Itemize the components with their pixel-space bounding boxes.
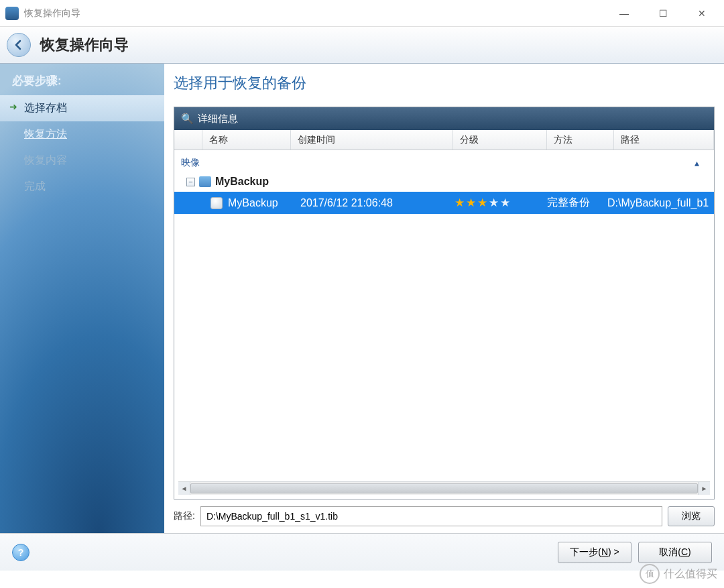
horizontal-scrollbar[interactable]: ◄ ► <box>178 481 710 495</box>
watermark: 值 什么值得买 <box>640 564 717 584</box>
watermark-badge: 值 <box>640 564 660 584</box>
next-button[interactable]: 下一步(N) > <box>558 542 631 563</box>
tree-node-label: MyBackup <box>215 176 269 188</box>
page-title: 选择用于恢复的备份 <box>174 73 715 93</box>
path-bar: 路径: 浏览 <box>174 506 715 526</box>
minimize-button[interactable]: — <box>614 8 634 19</box>
row-created: 2017/6/12 21:06:48 <box>300 197 455 209</box>
star-icon: ★ <box>477 196 487 210</box>
col-spacer <box>174 130 202 150</box>
step-select-archive[interactable]: 选择存档 <box>0 95 164 121</box>
tree-node-root[interactable]: − MyBackup <box>174 172 714 192</box>
sidebar: 必要步骤: 选择存档 恢复方法 恢复内容 完成 <box>0 64 164 533</box>
archive-icon <box>199 176 211 187</box>
wizard-body: 必要步骤: 选择存档 恢复方法 恢复内容 完成 选择用于恢复的备份 🔍 详细信息… <box>0 64 724 533</box>
close-button[interactable]: ✕ <box>692 8 712 19</box>
scroll-thumb[interactable] <box>190 483 698 493</box>
star-icon: ★ <box>466 196 476 210</box>
star-icon: ★ <box>500 196 510 210</box>
backup-image-icon <box>210 197 223 209</box>
row-method: 完整备份 <box>547 196 607 210</box>
star-icon: ★ <box>489 196 499 210</box>
row-path: D:\MyBackup_full_b1 <box>607 197 714 209</box>
scroll-right-icon[interactable]: ► <box>698 482 710 495</box>
col-name[interactable]: 名称 <box>202 130 291 150</box>
column-headers: 名称 创建时间 分级 方法 路径 <box>174 130 714 150</box>
magnifier-icon: 🔍 <box>181 113 194 125</box>
row-rating: ★ ★ ★ ★ ★ <box>455 196 547 210</box>
col-method[interactable]: 方法 <box>547 130 614 150</box>
wizard-header: 恢复操作向导 <box>0 27 724 64</box>
panel-toolbar: 🔍 详细信息 <box>174 107 714 130</box>
chevron-up-icon[interactable]: ▴ <box>695 158 699 168</box>
app-icon <box>5 7 19 20</box>
scroll-left-icon[interactable]: ◄ <box>178 482 190 495</box>
back-button[interactable] <box>7 33 31 57</box>
wizard-footer: ? 下一步(N) > 取消(C) <box>0 533 724 571</box>
browse-button[interactable]: 浏览 <box>668 506 715 526</box>
main-panel: 选择用于恢复的备份 🔍 详细信息 名称 创建时间 分级 方法 路径 映像 ▴ <box>164 64 724 533</box>
help-icon[interactable]: ? <box>12 544 29 561</box>
watermark-text: 什么值得买 <box>664 567 717 581</box>
col-created[interactable]: 创建时间 <box>291 130 453 150</box>
arrow-left-icon <box>13 40 24 50</box>
col-rating[interactable]: 分级 <box>453 130 547 150</box>
backup-row-selected[interactable]: MyBackup 2017/6/12 21:06:48 ★ ★ ★ ★ ★ 完整… <box>174 192 714 214</box>
path-label: 路径: <box>174 510 195 522</box>
step-finish: 完成 <box>0 174 164 200</box>
step-recovery-content: 恢复内容 <box>0 148 164 174</box>
step-recovery-method[interactable]: 恢复方法 <box>0 121 164 148</box>
col-path[interactable]: 路径 <box>614 130 714 150</box>
sidebar-title: 必要步骤: <box>0 64 164 95</box>
path-input[interactable] <box>200 506 662 526</box>
row-name: MyBackup <box>228 197 300 209</box>
window-title: 恢复操作向导 <box>24 7 80 19</box>
window-controls: — ☐ ✕ <box>614 8 719 19</box>
backup-tree: 映像 ▴ − MyBackup MyBackup 2017/6/12 21:06… <box>174 150 714 477</box>
toolbar-label: 详细信息 <box>198 113 238 125</box>
cancel-button[interactable]: 取消(C) <box>638 542 712 563</box>
titlebar: 恢复操作向导 — ☐ ✕ <box>0 0 724 27</box>
group-images[interactable]: 映像 ▴ <box>174 154 714 172</box>
collapse-icon[interactable]: − <box>186 178 195 186</box>
backup-list-panel: 🔍 详细信息 名称 创建时间 分级 方法 路径 映像 ▴ − MyBac <box>174 107 715 499</box>
footer-actions: 下一步(N) > 取消(C) <box>558 542 712 563</box>
star-icon: ★ <box>455 196 465 210</box>
wizard-title: 恢复操作向导 <box>40 35 129 55</box>
maximize-button[interactable]: ☐ <box>653 8 673 19</box>
